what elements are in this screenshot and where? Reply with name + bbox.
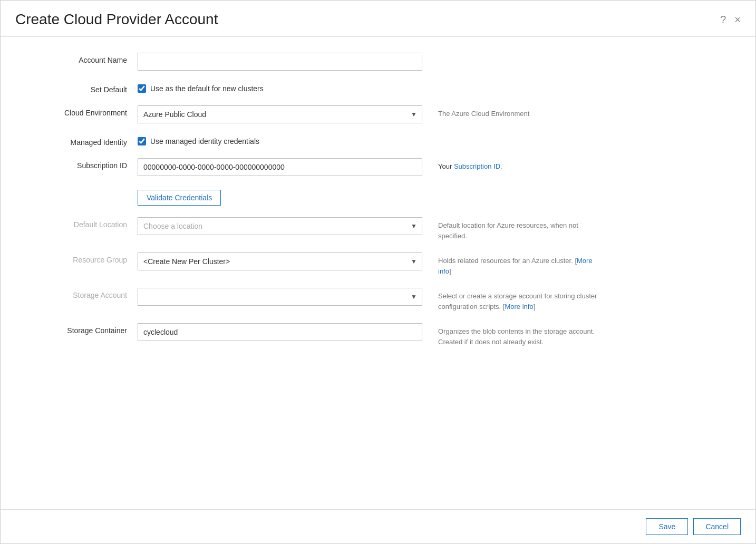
cloud-environment-row: Cloud Environment Azure Public CloudAzur…	[32, 105, 724, 123]
set-default-checkbox[interactable]	[138, 84, 146, 93]
managed-identity-checkbox-row: Use managed identity credentials	[138, 135, 422, 145]
resource-group-select[interactable]: <Create New Per Cluster>	[138, 252, 422, 270]
cloud-environment-hint: The Azure Cloud Environment	[422, 105, 602, 119]
subscription-id-control	[138, 158, 422, 176]
storage-account-more-info-link[interactable]: More info	[505, 303, 533, 310]
create-cloud-provider-dialog: Create Cloud Provider Account ? × Accoun…	[0, 0, 756, 544]
storage-container-label: Storage Container	[32, 323, 138, 335]
subscription-id-row: Subscription ID Your Subscription ID.	[32, 158, 724, 176]
storage-account-control: ▼	[138, 288, 422, 306]
dialog-header: Create Cloud Provider Account ? ×	[1, 1, 755, 37]
dialog-title: Create Cloud Provider Account	[15, 11, 218, 28]
default-location-label: Default Location	[32, 217, 138, 229]
resource-group-label: Resource Group	[32, 252, 138, 264]
storage-account-label: Storage Account	[32, 288, 138, 299]
validate-credentials-button[interactable]: Validate Credentials	[138, 190, 221, 206]
default-location-hint: Default location for Azure resources, wh…	[422, 217, 602, 241]
dialog-footer: Save Cancel	[1, 509, 755, 543]
account-name-row: Account Name	[32, 53, 724, 71]
storage-account-select[interactable]	[138, 288, 422, 306]
storage-container-input[interactable]	[138, 323, 422, 341]
managed-identity-checkbox-label: Use managed identity credentials	[150, 137, 259, 145]
default-location-select-wrapper: Choose a location ▼	[138, 217, 422, 235]
default-location-select[interactable]: Choose a location	[138, 217, 422, 235]
save-button[interactable]: Save	[646, 518, 688, 535]
default-location-control: Choose a location ▼	[138, 217, 422, 235]
resource-group-hint: Holds related resources for an Azure clu…	[422, 252, 602, 276]
account-name-input[interactable]	[138, 53, 422, 71]
set-default-checkbox-label: Use as the default for new clusters	[150, 84, 264, 93]
managed-identity-control: Use managed identity credentials	[138, 135, 422, 145]
subscription-id-input[interactable]	[138, 158, 422, 176]
resource-group-hint-prefix: Holds related resources for an Azure clu…	[438, 257, 577, 265]
managed-identity-hint	[422, 135, 602, 138]
resource-group-select-wrapper: <Create New Per Cluster> ▼	[138, 252, 422, 270]
set-default-control: Use as the default for new clusters	[138, 82, 422, 93]
validate-row: Validate Credentials	[32, 188, 724, 206]
set-default-label: Set Default	[32, 82, 138, 94]
account-name-hint	[422, 53, 602, 56]
account-name-label: Account Name	[32, 53, 138, 64]
set-default-row: Set Default Use as the default for new c…	[32, 82, 724, 94]
storage-account-hint: Select or create a storage account for s…	[422, 288, 602, 312]
subscription-id-link[interactable]: Subscription ID.	[454, 162, 502, 170]
resource-group-hint-suffix: ]	[449, 267, 451, 275]
storage-container-hint: Organizes the blob contents in the stora…	[422, 323, 602, 347]
cloud-environment-label: Cloud Environment	[32, 105, 138, 117]
subscription-id-hint: Your Subscription ID.	[422, 158, 602, 172]
account-name-control	[138, 53, 422, 71]
set-default-hint	[422, 82, 602, 85]
cloud-environment-select-wrapper: Azure Public CloudAzure US GovernmentAzu…	[138, 105, 422, 123]
validate-hint	[422, 188, 602, 191]
storage-container-control	[138, 323, 422, 341]
resource-group-control: <Create New Per Cluster> ▼	[138, 252, 422, 270]
subscription-hint-prefix: Your	[438, 162, 454, 170]
subscription-id-label: Subscription ID	[32, 158, 138, 170]
managed-identity-label: Managed Identity	[32, 135, 138, 147]
storage-account-select-wrapper: ▼	[138, 288, 422, 306]
help-icon[interactable]: ?	[720, 14, 726, 26]
managed-identity-checkbox[interactable]	[138, 137, 146, 145]
set-default-checkbox-row: Use as the default for new clusters	[138, 82, 422, 93]
header-actions: ? ×	[720, 14, 741, 26]
storage-container-row: Storage Container Organizes the blob con…	[32, 323, 724, 347]
close-icon[interactable]: ×	[734, 14, 741, 26]
dialog-body: Account Name Set Default Use as the defa…	[1, 37, 755, 509]
storage-account-hint-suffix: ]	[534, 303, 536, 310]
default-location-row: Default Location Choose a location ▼ Def…	[32, 217, 724, 241]
validate-control: Validate Credentials	[138, 188, 422, 206]
managed-identity-row: Managed Identity Use managed identity cr…	[32, 135, 724, 147]
cloud-environment-control: Azure Public CloudAzure US GovernmentAzu…	[138, 105, 422, 123]
cancel-button[interactable]: Cancel	[693, 518, 741, 535]
validate-label-spacer	[32, 188, 138, 191]
cloud-environment-select[interactable]: Azure Public CloudAzure US GovernmentAzu…	[138, 105, 422, 123]
storage-account-row: Storage Account ▼ Select or create a sto…	[32, 288, 724, 312]
resource-group-row: Resource Group <Create New Per Cluster> …	[32, 252, 724, 276]
